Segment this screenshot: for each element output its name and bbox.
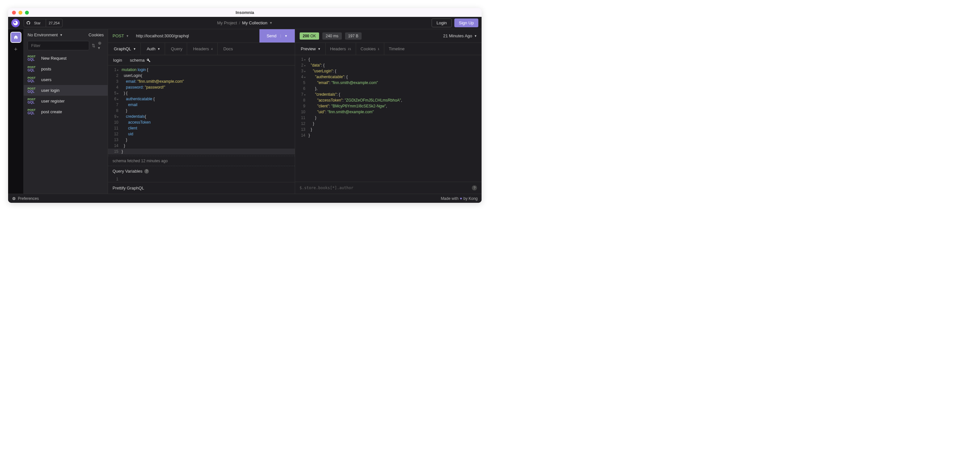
chevron-down-icon: ▼ xyxy=(133,47,136,51)
schema-status: schema fetched 12 minutes ago xyxy=(108,156,295,166)
sidebar-item-user-login[interactable]: POSTGQLuser login xyxy=(24,85,108,96)
statusbar: Preferences Made with ♥ by Kong xyxy=(8,194,482,203)
status-badge: 200 OK xyxy=(300,32,320,40)
minimize-window[interactable] xyxy=(19,11,22,14)
subtab-login[interactable]: login xyxy=(113,58,122,63)
environment-selector[interactable]: No Environment ▼ xyxy=(27,32,63,37)
prettify-button[interactable]: Prettify GraphQL xyxy=(108,182,295,194)
home-button[interactable] xyxy=(10,32,21,43)
breadcrumb-project[interactable]: My Project xyxy=(217,21,237,25)
response-body[interactable]: 1▾{ 2▾ "data": { 3▾ "userLogin": { 4▾ "a… xyxy=(295,55,482,182)
app-window: Insomnia Star 27,254 My Project / My Col… xyxy=(8,8,482,203)
chevron-down-icon: ▼ xyxy=(474,34,477,38)
traffic-lights xyxy=(12,11,29,14)
method-selector[interactable]: POST▼ xyxy=(108,33,133,38)
topbar: Star 27,254 My Project / My Collection ▼… xyxy=(8,17,482,29)
maximize-window[interactable] xyxy=(25,11,29,14)
tab-resp-cookies[interactable]: Cookies 1 xyxy=(356,43,384,55)
response-history[interactable]: 21 Minutes Ago▼ xyxy=(443,33,477,38)
close-window[interactable] xyxy=(12,11,16,14)
app-body: Star 27,254 My Project / My Collection ▼… xyxy=(8,17,482,203)
chevron-down-icon: ▼ xyxy=(318,47,321,51)
graphql-subtabs: login schema xyxy=(108,55,295,65)
preferences-button[interactable]: Preferences xyxy=(12,196,39,201)
made-by-kong[interactable]: Made with ♥ by Kong xyxy=(441,196,478,201)
titlebar: Insomnia xyxy=(8,8,482,17)
github-star-button[interactable]: Star 27,254 xyxy=(24,19,63,27)
response-panel: 200 OK 240 ms 197 B 21 Minutes Ago▼ Prev… xyxy=(295,29,482,194)
tab-query[interactable]: Query xyxy=(166,43,187,55)
sidebar-item-user-register[interactable]: POSTGQLuser register xyxy=(24,96,108,107)
cookies-button[interactable]: Cookies xyxy=(89,32,104,37)
query-editor[interactable]: 1▾mutation login { 2 userLogin( 3 email:… xyxy=(108,65,295,182)
tab-docs[interactable]: Docs xyxy=(219,43,238,55)
login-button[interactable]: Login xyxy=(432,19,452,27)
sidebar-item-new-request[interactable]: POSTGQLNew Request xyxy=(24,53,108,64)
url-input[interactable]: http://localhost:3000/graphql xyxy=(133,33,259,38)
response-size: 197 B xyxy=(345,32,361,40)
signup-button[interactable]: Sign Up xyxy=(454,19,478,27)
window-title: Insomnia xyxy=(235,10,254,15)
request-list: POSTGQLNew Request POSTGQLposts POSTGQLu… xyxy=(24,53,108,194)
tab-preview[interactable]: Preview▼ xyxy=(296,43,326,55)
response-status-bar: 200 OK 240 ms 197 B 21 Minutes Ago▼ xyxy=(295,29,482,43)
breadcrumb-collection[interactable]: My Collection xyxy=(242,21,267,25)
sidebar-item-users[interactable]: POSTGQLusers xyxy=(24,74,108,85)
insomnia-logo-icon xyxy=(11,19,20,27)
url-bar: POST▼ http://localhost:3000/graphql Send… xyxy=(108,29,295,43)
sidebar-item-post-create[interactable]: POSTGQLpost create xyxy=(24,107,108,117)
response-time: 240 ms xyxy=(322,32,342,40)
breadcrumb: My Project / My Collection ▼ xyxy=(217,21,273,25)
home-icon xyxy=(13,35,19,40)
request-panel: POST▼ http://localhost:3000/graphql Send… xyxy=(108,29,295,194)
send-button[interactable]: Send▼ xyxy=(259,29,294,43)
filter-input[interactable] xyxy=(27,41,89,50)
github-star-label: Star xyxy=(32,20,43,26)
tab-timeline[interactable]: Timeline xyxy=(384,43,409,55)
chevron-down-icon[interactable]: ▼ xyxy=(269,21,273,25)
subtab-schema[interactable]: schema xyxy=(130,58,151,63)
wrench-icon xyxy=(146,58,151,62)
request-tabs: GraphQL▼ Auth▼ Query Headers 4 Docs xyxy=(108,43,295,55)
response-tabs: Preview▼ Headers 21 Cookies 1 Timeline xyxy=(295,43,482,55)
left-rail: + xyxy=(8,29,24,194)
main: + No Environment ▼ Cookies ⇅ ⊕ ▾ POSTGQL… xyxy=(8,29,482,194)
add-workspace-button[interactable]: + xyxy=(14,46,18,53)
sidebar: No Environment ▼ Cookies ⇅ ⊕ ▾ POSTGQLNe… xyxy=(24,29,108,194)
heart-icon: ♥ xyxy=(460,196,462,201)
query-variables-header[interactable]: Query Variables? xyxy=(108,166,295,176)
help-icon[interactable]: ? xyxy=(144,169,149,174)
chevron-down-icon[interactable]: ▼ xyxy=(280,34,288,38)
gear-icon xyxy=(12,197,16,201)
tab-resp-headers[interactable]: Headers 21 xyxy=(326,43,356,55)
jsonpath-input[interactable]: $.store.books[*].author xyxy=(300,186,469,190)
query-variables-editor[interactable]: 1 xyxy=(108,176,295,182)
tab-auth[interactable]: Auth▼ xyxy=(142,43,165,55)
chevron-down-icon: ▼ xyxy=(126,34,129,38)
help-icon[interactable]: ? xyxy=(472,185,477,190)
response-filter: $.store.books[*].author ? xyxy=(295,182,482,194)
tab-graphql[interactable]: GraphQL▼ xyxy=(109,43,141,55)
chevron-down-icon: ▼ xyxy=(157,47,160,51)
chevron-down-icon: ▼ xyxy=(60,33,63,37)
add-request-button[interactable]: ⊕ ▾ xyxy=(98,41,104,50)
sidebar-item-posts[interactable]: POSTGQLposts xyxy=(24,64,108,74)
tab-headers[interactable]: Headers 4 xyxy=(188,43,217,55)
github-star-count: 27,254 xyxy=(46,19,62,27)
sort-button[interactable]: ⇅ xyxy=(92,43,95,48)
